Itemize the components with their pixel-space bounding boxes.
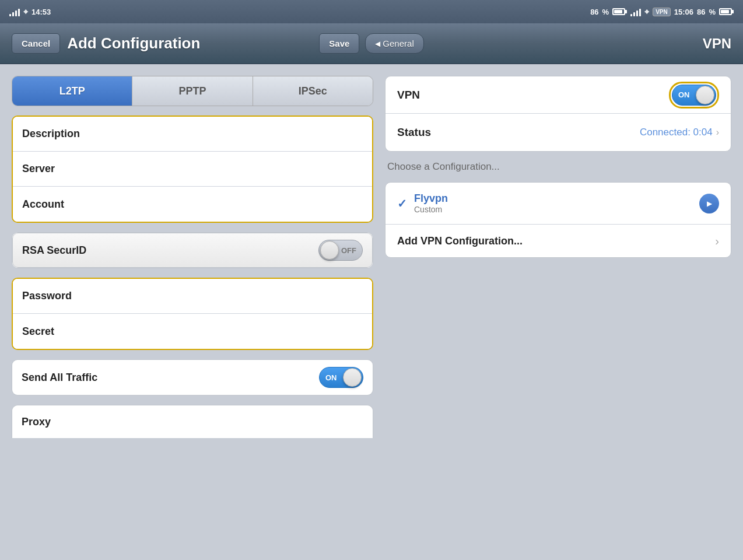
- protocol-ipsec[interactable]: IPSec: [253, 76, 373, 106]
- description-input[interactable]: [192, 128, 363, 140]
- vpn-nav-title: VPN: [703, 36, 731, 52]
- rsa-toggle-container: OFF: [318, 240, 363, 261]
- choose-config-text: Choose a Configuration...: [385, 161, 500, 172]
- signal-bars-right: [630, 7, 641, 16]
- status-right: 86% ⌖ VPN 15:06 86%: [590, 7, 734, 17]
- account-label: Account: [22, 198, 192, 211]
- account-row: Account: [13, 187, 372, 222]
- password-label: Password: [22, 290, 192, 302]
- time-right: 15:06: [674, 8, 693, 16]
- description-label: Description: [22, 128, 192, 140]
- protocol-pptp[interactable]: PPTP: [132, 76, 253, 106]
- send-traffic-toggle-knob: [343, 368, 362, 387]
- vpn-toggle[interactable]: ON: [672, 85, 716, 106]
- send-traffic-toggle-label: ON: [325, 373, 337, 382]
- vpn-status-row[interactable]: Status Connected: 0:04 ›: [385, 114, 731, 151]
- status-bar: ⌖ 14:53 86% ⌖ VPN 15:06 86%: [0, 0, 743, 23]
- left-panel: L2TP PPTP IPSec Description Server Accou…: [12, 76, 373, 548]
- password-input[interactable]: [192, 290, 363, 302]
- add-vpn-label: Add VPN Configuration...: [397, 235, 715, 247]
- rsa-toggle-label: OFF: [341, 246, 356, 255]
- add-vpn-row[interactable]: Add VPN Configuration... ›: [385, 225, 731, 257]
- cancel-button[interactable]: Cancel: [12, 33, 60, 54]
- vpn-status-card: VPN ON Status Connected: 0:04 ›: [385, 76, 731, 152]
- nav-right: VPN: [424, 36, 731, 52]
- flyvpn-config-item[interactable]: ✓ Flyvpn Custom: [385, 183, 731, 225]
- send-traffic-toggle[interactable]: ON: [319, 367, 363, 388]
- battery-pct-right2: 86: [697, 8, 705, 16]
- time-left: 14:53: [31, 8, 51, 16]
- wifi-icon-right: ⌖: [644, 7, 649, 17]
- right-panel: VPN ON Status Connected: 0:04 › Choose a…: [385, 76, 731, 548]
- battery-right2: [719, 8, 734, 15]
- send-traffic-section: Send All Traffic ON: [12, 359, 373, 396]
- protocol-l2tp[interactable]: L2TP: [12, 76, 132, 106]
- status-value: Connected: 0:04 ›: [640, 127, 719, 138]
- rsa-toggle[interactable]: OFF: [318, 240, 363, 261]
- proxy-label: Proxy: [22, 416, 51, 428]
- vpn-toggle-row: VPN ON: [385, 76, 731, 114]
- description-row: Description: [13, 117, 372, 152]
- page-title: Add Configuration: [67, 34, 200, 52]
- server-row: Server: [13, 152, 372, 187]
- nav-bar: Cancel Add Configuration Save General VP…: [0, 23, 743, 64]
- choose-config-label: Choose a Configuration...: [385, 161, 731, 173]
- server-label: Server: [22, 163, 192, 175]
- send-traffic-toggle-container: ON: [319, 367, 363, 388]
- protocol-selector: L2TP PPTP IPSec: [12, 76, 373, 106]
- add-vpn-chevron: ›: [715, 235, 719, 248]
- secret-input[interactable]: [192, 326, 363, 338]
- secret-label: Secret: [22, 326, 192, 338]
- config-card: ✓ Flyvpn Custom Add VPN Configuration...…: [385, 182, 731, 258]
- nav-left: Cancel Add Configuration: [12, 33, 319, 54]
- vpn-badge: VPN: [653, 8, 671, 16]
- rsa-toggle-knob: [320, 241, 339, 260]
- rsa-label: RSA SecurID: [22, 244, 318, 257]
- vpn-toggle-wrapper: ON: [669, 82, 719, 108]
- battery-pct-right: 86: [590, 8, 598, 16]
- account-input[interactable]: [192, 198, 363, 211]
- proxy-row: Proxy: [12, 405, 373, 438]
- proxy-section: Proxy: [12, 405, 373, 438]
- vpn-toggle-knob: [696, 86, 714, 104]
- config-name: Flyvpn: [414, 192, 699, 205]
- rsa-section: RSA SecurID OFF: [12, 232, 373, 268]
- status-chevron: ›: [716, 127, 719, 138]
- status-left: ⌖ 14:53: [9, 7, 51, 17]
- send-traffic-row: Send All Traffic ON: [12, 360, 373, 395]
- password-row: Password: [13, 279, 372, 314]
- status-text: Connected: 0:04: [640, 127, 713, 138]
- rsa-row: RSA SecurID OFF: [12, 233, 373, 268]
- config-subtitle: Custom: [414, 205, 699, 214]
- form-section-main: Description Server Account: [12, 116, 373, 223]
- send-all-label: Send All Traffic: [22, 372, 319, 384]
- main-content: L2TP PPTP IPSec Description Server Accou…: [0, 64, 743, 560]
- server-input[interactable]: [192, 163, 363, 175]
- status-label: Status: [397, 126, 640, 139]
- wifi-icon-left: ⌖: [23, 7, 28, 17]
- general-button[interactable]: General: [365, 33, 423, 54]
- config-text: Flyvpn Custom: [414, 192, 699, 214]
- nav-center: Save General: [319, 33, 423, 54]
- save-button[interactable]: Save: [319, 33, 359, 54]
- vpn-label: VPN: [397, 89, 669, 102]
- config-detail-button[interactable]: [699, 194, 719, 214]
- config-checkmark: ✓: [397, 197, 407, 211]
- vpn-toggle-label: ON: [678, 90, 690, 99]
- battery-right: [612, 8, 627, 15]
- secret-row: Secret: [13, 314, 372, 349]
- form-section-passwords: Password Secret: [12, 278, 373, 350]
- signal-bars-left: [9, 7, 20, 16]
